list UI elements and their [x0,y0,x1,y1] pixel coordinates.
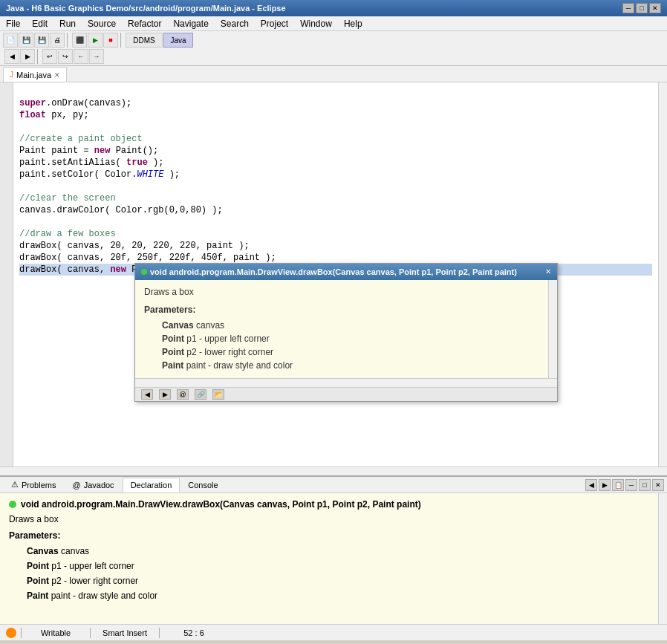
popup-param-type-0: Canvas [162,320,194,331]
bottom-signature-text: void android.program.Main.DrawView.drawB… [21,499,421,510]
editor-tabs: J Main.java ✕ [0,66,667,82]
stop-button[interactable]: ■ [103,33,118,48]
popup-header-text: void android.program.Main.DrawView.drawB… [141,266,517,278]
status-sep-2 [90,628,91,638]
menu-project[interactable]: Project [255,18,294,29]
menu-run[interactable]: Run [53,18,82,29]
popup-fwd-btn[interactable]: ▶ [159,389,171,400]
popup-scrollbar[interactable] [548,280,557,378]
debug-button[interactable]: ⬛ [72,33,87,48]
popup-footer: ◀ ▶ @ 🔗 📂 [135,387,557,401]
tab-console[interactable]: Console [180,478,226,492]
bottom-param-3: Paint paint - draw style and color [27,588,658,603]
bottom-copy-btn[interactable]: 📋 [612,479,624,491]
new-button[interactable]: 📄 [3,33,18,48]
bottom-param-type-2: Point [27,576,49,586]
bottom-scrollbar[interactable] [658,493,667,624]
bottom-param-type-0: Canvas [27,546,59,556]
tab-problems[interactable]: ⚠ Problems [3,478,64,492]
popup-link-btn[interactable]: 🔗 [195,389,206,400]
popup-at-btn[interactable]: @ [177,389,189,400]
redo-button[interactable]: ↪ [58,49,73,64]
popup-header: void android.program.Main.DrawView.drawB… [135,264,557,280]
run-button[interactable]: ▶ [88,33,103,48]
menu-refactor[interactable]: Refactor [122,18,167,29]
menu-edit[interactable]: Edit [26,18,53,29]
toolbar-sep-1 [67,33,70,48]
popup-param-type-2: Point [162,347,184,357]
nav-fwd-button[interactable]: → [89,49,104,64]
menu-help[interactable]: Help [338,18,368,29]
java-label[interactable]: Java [163,33,193,48]
bottom-tabs: ⚠ Problems @ Javadoc Declaration Console… [0,477,667,493]
minimize-button[interactable]: ─ [622,3,634,13]
nav-back-button[interactable]: ← [74,49,88,64]
tab-declaration[interactable]: Declaration [123,478,180,492]
bottom-close-btn[interactable]: ✕ [652,479,664,491]
writable-status: Writable [26,628,85,637]
bottom-param-name-1: p1 - upper left corner [51,561,134,571]
window-title: Java - H6 Basic Graphics Demo/src/androi… [6,4,286,13]
popup-param-name-0: canvas [196,320,224,331]
popup-body: Draws a box Parameters: Canvas canvas Po… [135,280,557,378]
bottom-param-name-3: paint - draw style and color [51,591,157,601]
popup-hscrollbar[interactable] [135,378,557,387]
editor-tab-label: Main.java [16,71,51,79]
editor-tab-main[interactable]: J Main.java ✕ [3,67,67,82]
bottom-nav-back[interactable]: ◀ [585,479,597,491]
bottom-param-0: Canvas canvas [27,544,658,559]
tab-declaration-label: Declaration [131,481,172,489]
undo-button[interactable]: ↩ [42,49,57,64]
status-bar: Writable Smart Insert 52 : 6 [0,624,667,640]
popup-param-name-2: p2 - lower right corner [186,347,273,357]
bottom-nav-fwd[interactable]: ▶ [599,479,611,491]
popup-param-0: Canvas canvas [162,319,548,332]
tab-console-label: Console [188,481,218,489]
menu-search[interactable]: Search [215,18,255,29]
toolbar-row-2: ◀ ▶ ↩ ↪ ← → [3,49,664,64]
forward-button[interactable]: ▶ [20,49,35,64]
bottom-status-dot [9,501,16,508]
status-sep-3 [159,628,160,638]
code-editor[interactable]: super.onDraw(canvas); float px, py; //cr… [13,82,658,466]
bottom-param-name-0: canvas [61,546,89,556]
toolbar-sep-3 [37,49,40,64]
tab-javadoc[interactable]: @ Javadoc [64,478,122,492]
popup-param-type-3: Paint [162,360,183,371]
maximize-button[interactable]: □ [636,3,648,13]
bottom-param-type-1: Point [27,561,49,571]
tab-javadoc-label: Javadoc [84,481,114,489]
toolbar-sep-2 [120,33,123,48]
popup-signature: void android.program.Main.DrawView.drawB… [150,266,517,278]
popup-params-label: Parameters: [144,304,548,316]
menu-source[interactable]: Source [82,18,122,29]
editor-left-margin [0,82,13,466]
save-all-button[interactable]: 💾 [34,33,49,48]
bottom-minimize-btn[interactable]: ─ [625,479,637,491]
editor-hscrollbar[interactable] [0,466,667,475]
popup-body-area: Draws a box Parameters: Canvas canvas Po… [135,280,557,378]
popup-open-btn[interactable]: 📂 [212,389,224,400]
problems-icon: ⚠ [11,480,19,489]
save-button[interactable]: 💾 [19,33,33,48]
ddms-label[interactable]: DDMS [126,33,163,48]
popup-back-btn[interactable]: ◀ [141,389,153,400]
title-bar: Java - H6 Basic Graphics Demo/src/androi… [0,0,667,16]
javadoc-popup: void android.program.Main.DrawView.drawB… [134,263,558,402]
close-button[interactable]: ✕ [649,3,661,13]
print-button[interactable]: 🖨 [50,33,65,48]
menu-navigate[interactable]: Navigate [167,18,214,29]
bottom-maximize-btn[interactable]: □ [639,479,651,491]
menu-file[interactable]: File [0,18,26,29]
workspace: J Main.java ✕ super.onDraw(canvas); floa… [0,66,667,624]
bottom-tab-buttons: ◀ ▶ 📋 ─ □ ✕ [585,479,667,491]
popup-description: Draws a box [144,286,548,298]
bottom-param-type-3: Paint [27,591,48,601]
tab-problems-label: Problems [22,481,56,489]
menu-bar: File Edit Run Source Refactor Navigate S… [0,16,667,31]
menu-window[interactable]: Window [294,18,338,29]
popup-close-button[interactable]: ✕ [545,266,551,278]
editor-vscrollbar[interactable] [658,82,667,466]
back-button[interactable]: ◀ [4,49,19,64]
tab-close-icon[interactable]: ✕ [54,71,60,79]
